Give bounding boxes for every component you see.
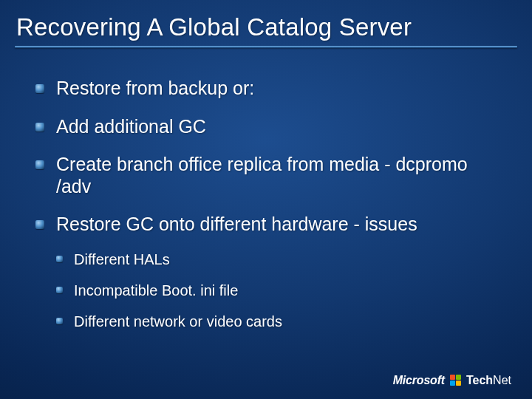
list-item: Add additional GC — [35, 116, 502, 138]
bullet-text: Restore GC onto different hardware - iss… — [56, 214, 417, 234]
bullet-text: Different network or video cards — [74, 313, 282, 330]
bullet-text: Add additional GC — [56, 116, 206, 137]
list-item: Incompatible Boot. ini file — [56, 282, 502, 299]
list-item: Different HALs — [56, 250, 502, 268]
microsoft-wordmark: Microsoft — [393, 374, 445, 387]
footer-logo: Microsoft TechNet — [393, 374, 511, 387]
microsoft-flag-icon — [450, 375, 462, 386]
slide-content: Restore from backup or: Add additional G… — [0, 78, 532, 330]
technet-bold: Tech — [466, 374, 493, 386]
slide-title: Recovering A Global Catalog Server — [0, 13, 532, 46]
technet-rest: Net — [493, 374, 511, 386]
list-item: Restore GC onto different hardware - iss… — [35, 214, 502, 330]
list-item: Different network or video cards — [56, 313, 502, 330]
slide: Recovering A Global Catalog Server Resto… — [0, 0, 532, 399]
sub-bullet-list: Different HALs Incompatible Boot. ini fi… — [56, 250, 502, 330]
bullet-list: Restore from backup or: Add additional G… — [35, 78, 502, 330]
bullet-text: Different HALs — [74, 251, 170, 267]
bullet-text: Incompatible Boot. ini file — [74, 282, 238, 299]
technet-wordmark: TechNet — [466, 374, 511, 387]
bullet-text: Create branch office replica from media … — [56, 154, 468, 197]
title-rule — [15, 46, 517, 48]
bullet-text: Restore from backup or: — [56, 78, 254, 98]
list-item: Restore from backup or: — [35, 78, 502, 100]
list-item: Create branch office replica from media … — [35, 154, 502, 197]
